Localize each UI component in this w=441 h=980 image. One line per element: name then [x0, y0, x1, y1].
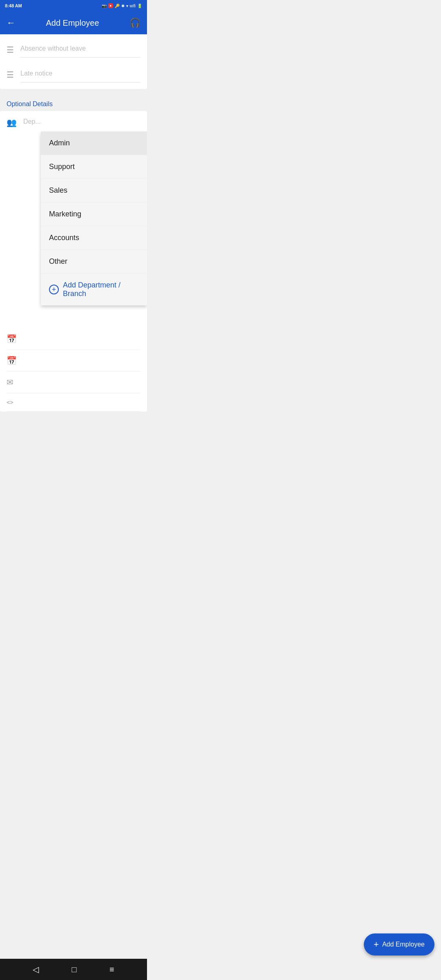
headset-icon[interactable]: 🎧: [129, 18, 140, 28]
app-bar-title: Add Employee: [16, 18, 129, 28]
absence-icon: ☰: [7, 45, 14, 55]
bluetooth-icon: ✱: [121, 4, 125, 8]
video-icon: 📷: [102, 4, 107, 8]
signal-icon: ▾: [126, 4, 128, 8]
dropdown-item-sales[interactable]: Sales: [41, 179, 147, 203]
spacer-1: [7, 59, 140, 64]
main-content: ☰ Absence without leave ☰ Late notice Op…: [0, 34, 147, 444]
optional-side-rows: 📅 📅 ✉ <>: [0, 328, 147, 412]
dropdown-item-support[interactable]: Support: [41, 155, 147, 179]
optional-details-header: Optional Details: [0, 94, 147, 111]
absence-underline: [20, 57, 140, 58]
key-icon: 🔑: [115, 4, 120, 8]
dropdown-item-accounts[interactable]: Accounts: [41, 226, 147, 250]
dropdown-item-admin[interactable]: Admin: [41, 131, 147, 155]
date-of-joining-row[interactable]: 📅: [7, 328, 140, 350]
department-icon: 👥: [7, 118, 17, 127]
status-bar: 8:48 AM 📷 ● 🔑 ✱ ▾ wifi 🔋: [0, 0, 147, 11]
absence-field-content: Absence without leave: [20, 43, 140, 58]
add-circle-icon: +: [49, 285, 59, 294]
status-time: 8:48 AM: [5, 3, 22, 8]
late-notice-field-row: ☰ Late notice: [7, 64, 140, 84]
status-icons: 📷 ● 🔑 ✱ ▾ wifi 🔋: [102, 3, 142, 8]
app-bar: ← Add Employee 🎧: [0, 11, 147, 34]
battery-icon: 🔋: [137, 4, 142, 8]
department-row[interactable]: 👥 Dep...: [0, 111, 147, 132]
notification-fields-card: ☰ Absence without leave ☰ Late notice: [0, 34, 147, 89]
custom-row[interactable]: <>: [7, 393, 140, 412]
app-root: 8:48 AM 📷 ● 🔑 ✱ ▾ wifi 🔋 ← Add Employee …: [0, 0, 147, 444]
department-dropdown: Admin Support Sales Marketing Accounts O…: [41, 131, 147, 305]
dropdown-item-other[interactable]: Other: [41, 250, 147, 274]
wifi-icon: wifi: [130, 4, 136, 8]
back-button[interactable]: ←: [7, 18, 16, 28]
late-notice-icon: ☰: [7, 70, 14, 80]
custom-icon: <>: [7, 399, 13, 405]
late-notice-label[interactable]: Late notice: [20, 68, 140, 79]
dropdown-item-marketing[interactable]: Marketing: [41, 203, 147, 226]
add-department-button[interactable]: + Add Department / Branch: [41, 274, 147, 305]
date-of-birth-row[interactable]: 📅: [7, 350, 140, 372]
absence-field-row: ☰ Absence without leave: [7, 39, 140, 59]
late-notice-underline: [20, 82, 140, 82]
email-icon: ✉: [7, 377, 13, 387]
email-row[interactable]: ✉: [7, 372, 140, 393]
calendar-icon-1: 📅: [7, 334, 17, 344]
calendar-icon-2: 📅: [7, 356, 17, 365]
absence-label[interactable]: Absence without leave: [20, 43, 140, 54]
late-notice-field-content: Late notice: [20, 68, 140, 82]
department-placeholder: Dep...: [23, 116, 41, 127]
optional-details-card: 👥 Dep... Admin Support Sales Marketing: [0, 111, 147, 412]
record-icon: ●: [108, 3, 113, 8]
